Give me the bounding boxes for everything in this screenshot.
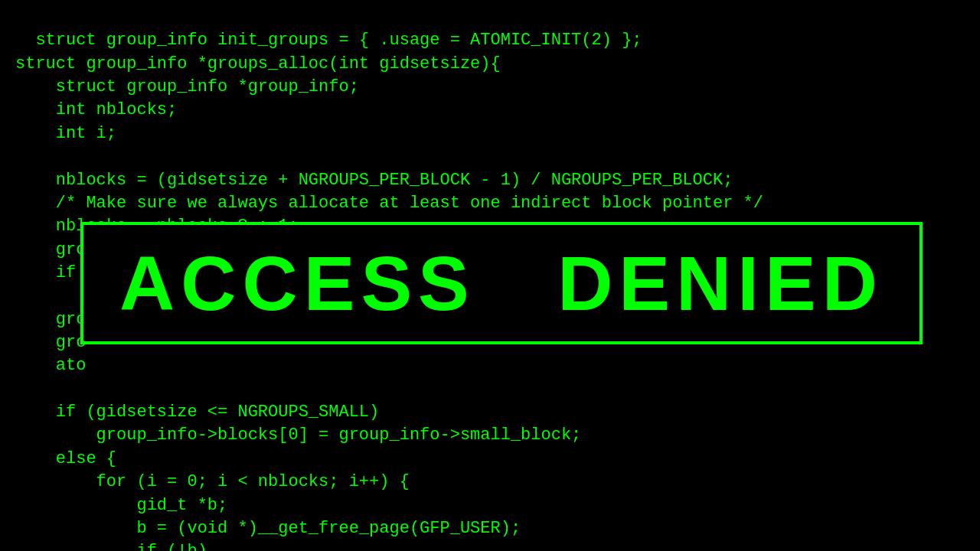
code-line-13: gro xyxy=(15,310,86,329)
code-line-15: ato xyxy=(15,356,86,375)
code-line-1: struct group_info init_groups = { .usage… xyxy=(35,31,642,50)
code-line-23: if (!b) xyxy=(15,542,207,551)
code-line-21: gid_t *b; xyxy=(15,496,227,515)
code-line-4: int nblocks; xyxy=(15,100,177,119)
code-line-7: nblocks = (gidsetsize + NGROUPS_PER_BLOC… xyxy=(15,171,733,190)
code-display: struct group_info init_groups = { .usage… xyxy=(0,0,980,551)
code-line-8: /* Make sure we always allocate at least… xyxy=(15,194,763,213)
code-line-18: group_info->blocks[0] = group_info->smal… xyxy=(15,425,581,445)
code-line-14: gro xyxy=(15,333,86,352)
access-denied-text: ACCESS DENIED xyxy=(119,230,884,336)
code-line-6 xyxy=(15,147,25,166)
code-line-2: struct group_info *groups_alloc(int gids… xyxy=(15,54,501,73)
code-line-17: if (gidsetsize <= NGROUPS_SMALL) xyxy=(15,403,379,422)
code-line-22: b = (void *)__get_free_page(GFP_USER); xyxy=(15,519,521,538)
code-line-19: else { xyxy=(15,449,116,468)
code-line-5: int i; xyxy=(15,124,116,143)
code-line-11: if xyxy=(15,263,76,282)
access-denied-overlay: ACCESS DENIED xyxy=(80,222,923,344)
code-line-3: struct group_info *group_info; xyxy=(15,77,359,96)
code-line-16 xyxy=(15,380,25,399)
code-line-12 xyxy=(15,286,25,305)
code-line-20: for (i = 0; i < nblocks; i++) { xyxy=(15,472,410,491)
